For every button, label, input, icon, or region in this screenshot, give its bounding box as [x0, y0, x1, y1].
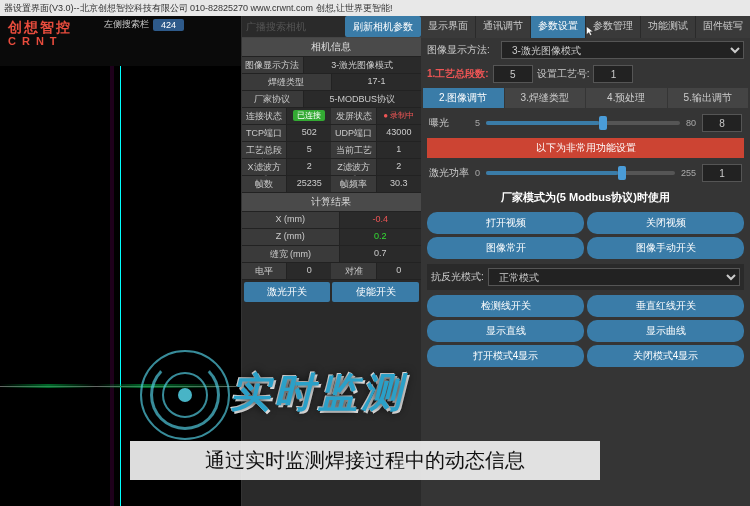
info-value: 3-激光图像模式 — [304, 57, 421, 73]
subtab-0[interactable]: 2.图像调节 — [423, 88, 504, 108]
info-row: 帧数25235帧频率30.3 — [242, 176, 421, 193]
uncommon-settings-banner: 以下为非常用功能设置 — [427, 138, 744, 158]
info-label: 厂家协议 — [242, 91, 304, 107]
laser-power-slider-row: 激光功率 0 255 — [421, 160, 750, 186]
laser-power-max: 255 — [681, 168, 696, 178]
subtab-2[interactable]: 4.预处理 — [586, 88, 667, 108]
info-label: Z滤波方式 — [331, 159, 376, 175]
info-value: 2 — [287, 159, 331, 175]
anti-reflect-label: 抗反光模式: — [431, 270, 484, 284]
display-button-4[interactable]: 打开模式4显示 — [427, 345, 584, 367]
set-segment-label: 设置工艺号: — [537, 67, 590, 81]
info-value: ● 录制中 — [377, 108, 421, 124]
settings-panel: 显示界面通讯调节参数设置参数管理功能测试固件链写 图像显示方法: 3-激光图像模… — [421, 16, 750, 506]
info-row: 焊缝类型17-1 — [242, 74, 421, 91]
info-label: 帧数 — [242, 176, 287, 192]
broadcast-label: 广播搜索相机 — [242, 16, 345, 37]
search-label: 左侧搜索栏 — [104, 18, 149, 31]
info-label: 连接状态 — [242, 108, 287, 124]
tab-4[interactable]: 功能测试 — [641, 16, 695, 38]
laser-power-slider[interactable] — [486, 171, 675, 175]
laser-toggle-button[interactable]: 激光开关 — [244, 282, 331, 302]
info-value: 0.7 — [340, 246, 421, 262]
result-row: Z (mm)0.2 — [242, 229, 421, 246]
info-value: 502 — [287, 125, 331, 141]
exposure-slider-row: 曝光 5 80 — [421, 110, 750, 136]
left-visualization-panel: 左侧搜索栏 424 创想智控 CRNT — [0, 16, 242, 506]
display-button-0[interactable]: 检测线开关 — [427, 295, 584, 317]
exposure-value-input[interactable] — [702, 114, 742, 132]
info-label: 工艺总段数 — [242, 142, 287, 158]
info-value: -0.4 — [340, 212, 421, 228]
video-button-0[interactable]: 打开视频 — [427, 212, 584, 234]
info-value: 2 — [377, 159, 421, 175]
exposure-max: 80 — [686, 118, 696, 128]
info-label: TCP端口 — [242, 125, 287, 141]
laser-power-label: 激光功率 — [429, 166, 469, 180]
image-method-select[interactable]: 3-激光图像模式 — [501, 41, 744, 59]
info-label: 发屏状态 — [331, 108, 376, 124]
set-segment-input[interactable] — [593, 65, 633, 83]
info-value: 17-1 — [332, 74, 421, 90]
info-label: UDP端口 — [331, 125, 376, 141]
info-label: 缝宽 (mm) — [242, 246, 340, 262]
anti-reflect-select[interactable]: 正常模式 — [488, 268, 740, 286]
refresh-camera-button[interactable]: 刷新相机参数 — [345, 16, 421, 37]
laser-power-value-input[interactable] — [702, 164, 742, 182]
exposure-slider[interactable] — [486, 121, 680, 125]
info-value: 已连接 — [287, 108, 331, 124]
info-label: X (mm) — [242, 212, 340, 228]
result-row: 缝宽 (mm)0.7 — [242, 246, 421, 263]
info-value: 25235 — [287, 176, 331, 192]
cursor-icon — [585, 25, 597, 37]
tab-5[interactable]: 固件链写 — [696, 16, 750, 38]
video-button-1[interactable]: 关闭视频 — [587, 212, 744, 234]
info-label: 当前工艺号 — [331, 142, 376, 158]
subtab-3[interactable]: 5.输出调节 — [668, 88, 749, 108]
laser-power-min: 0 — [475, 168, 480, 178]
exposure-label: 曝光 — [429, 116, 469, 130]
info-value: 5 — [287, 142, 331, 158]
info-label: X滤波方式 — [242, 159, 287, 175]
segment-count-label: 1.工艺总段数: — [427, 67, 489, 81]
display-button-2[interactable]: 显示直线 — [427, 320, 584, 342]
display-button-5[interactable]: 关闭模式4显示 — [587, 345, 744, 367]
image-method-label: 图像显示方法: — [427, 43, 497, 57]
result-row: 电平0对准0 — [242, 263, 421, 280]
sub-tabs: 2.图像调节3.焊缝类型4.预处理5.输出调节 — [421, 86, 750, 110]
info-value: 5-MODBUS协议 — [304, 91, 421, 107]
factory-mode-info: 厂家模式为(5 Modbus协议)时使用 — [421, 186, 750, 209]
tab-1[interactable]: 通讯调节 — [476, 16, 530, 38]
info-label: 图像显示方法 — [242, 57, 304, 73]
info-row: X滤波方式2Z滤波方式2 — [242, 159, 421, 176]
window-titlebar: 器设置界面(V3.0)--北京创想智控科技有限公司 010-82825270 w… — [0, 0, 750, 16]
info-value: 0.2 — [340, 229, 421, 245]
segment-count-input[interactable] — [493, 65, 533, 83]
tab-2[interactable]: 参数设置 — [531, 16, 585, 38]
info-value: 30.3 — [377, 176, 421, 192]
subtab-1[interactable]: 3.焊缝类型 — [505, 88, 586, 108]
info-value: 0 — [377, 263, 421, 279]
info-value: 0 — [287, 263, 331, 279]
info-label: 电平 — [242, 263, 287, 279]
tab-0[interactable]: 显示界面 — [421, 16, 475, 38]
info-value: 1 — [377, 142, 421, 158]
result-row: X (mm)-0.4 — [242, 212, 421, 229]
info-row: 连接状态已连接发屏状态● 录制中 — [242, 108, 421, 125]
display-button-1[interactable]: 垂直红线开关 — [587, 295, 744, 317]
info-label: Z (mm) — [242, 229, 340, 245]
info-label: 焊缝类型 — [242, 74, 332, 90]
info-label: 帧频率 — [331, 176, 376, 192]
calc-result-heading: 计算结果 — [242, 193, 421, 212]
video-button-3[interactable]: 图像手动开关 — [587, 237, 744, 259]
info-row: 工艺总段数5当前工艺号1 — [242, 142, 421, 159]
laser-visualization — [0, 66, 241, 506]
enable-toggle-button[interactable]: 使能开关 — [332, 282, 419, 302]
info-row: 厂家协议5-MODBUS协议 — [242, 91, 421, 108]
camera-info-heading: 相机信息 — [242, 38, 421, 57]
camera-info-panel: 广播搜索相机 刷新相机参数 相机信息 图像显示方法3-激光图像模式焊缝类型17-… — [242, 16, 421, 506]
info-row: TCP端口502UDP端口43000 — [242, 125, 421, 142]
info-label: 对准 — [331, 263, 376, 279]
display-button-3[interactable]: 显示曲线 — [587, 320, 744, 342]
video-button-2[interactable]: 图像常开 — [427, 237, 584, 259]
